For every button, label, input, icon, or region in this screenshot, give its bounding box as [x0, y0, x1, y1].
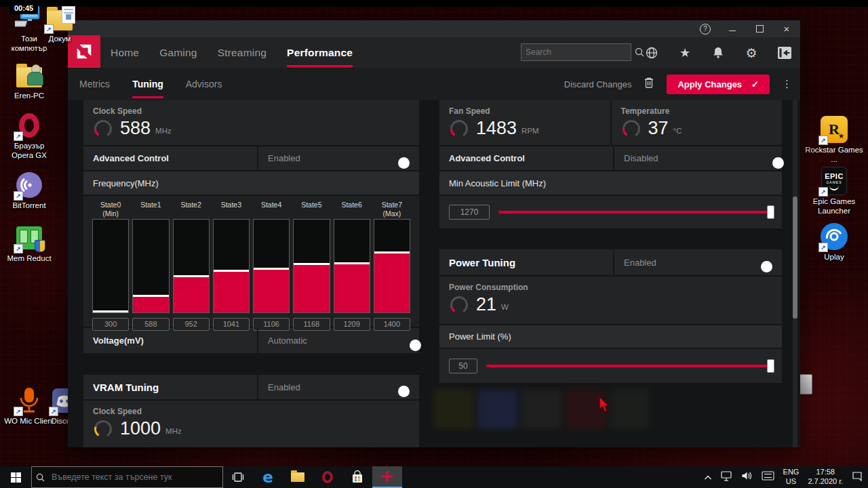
desktop-icon-label: BitTorrent — [3, 201, 56, 211]
desktop-icon-label: Докум — [39, 35, 80, 44]
trash-icon[interactable] — [644, 77, 654, 92]
freq-state0-slider[interactable] — [92, 219, 129, 313]
shortcut-arrow-icon: ↗ — [818, 136, 828, 145]
desktop-icon-mem-reduct[interactable]: ↗ Mem Reduct — [3, 224, 56, 264]
freq-state5-slider[interactable] — [293, 219, 330, 313]
gpu-advanced-control-row: Advanced Control Enabled — [83, 146, 419, 170]
desktop-icon-uplay[interactable]: ↗ Uplay — [804, 222, 864, 262]
freq-state2-slider[interactable] — [173, 219, 210, 313]
frequency-state-chart: State0(Min) State1 State2 State3 State4 … — [83, 196, 419, 327]
window-titlebar: ? × — [68, 20, 800, 37]
close-button[interactable]: × — [773, 20, 800, 37]
opera-icon[interactable] — [313, 466, 342, 488]
fan-advanced-control-row: Advanced Control Disabled — [439, 146, 782, 170]
microsoft-store-icon[interactable] — [342, 466, 372, 488]
fan-tuning-panel: Fan Speed 1483 RPM Temperature 37 °C — [439, 100, 782, 384]
shortcut-arrow-icon: ↗ — [818, 243, 828, 252]
desktop-icon-label: Браузър Opera GX — [3, 142, 56, 161]
shortcut-arrow-icon: ↗ — [818, 187, 828, 197]
minimize-button[interactable] — [719, 20, 746, 37]
power-limit-slider[interactable] — [486, 365, 772, 367]
help-button[interactable]: ? — [692, 20, 719, 37]
desktop: Този компютър ↗ Докум Eren-PC ↗ Браузър … — [0, 0, 868, 488]
freq-state6-slider[interactable] — [334, 219, 370, 313]
gauge-icon — [621, 119, 642, 139]
vram-tuning-row: VRAM Tuning Enabled — [83, 375, 419, 399]
opera-gx-icon: ↗ — [15, 111, 43, 140]
freq-state4-slider[interactable] — [253, 219, 290, 313]
rockstar-icon: R★ ↗ — [820, 115, 848, 144]
desktop-icon-label: Epic Games Launcher — [804, 197, 864, 216]
video-top-bar — [0, 0, 868, 7]
power-limit-input[interactable] — [449, 359, 477, 373]
collapse-panel-icon[interactable] — [777, 46, 792, 60]
game-thumbnails — [434, 390, 650, 429]
volume-icon[interactable] — [741, 471, 753, 483]
taskbar: e ENGUS 17:582.7.2020 — [0, 466, 868, 488]
freq-state7-slider[interactable] — [374, 219, 410, 313]
tab-advisors[interactable]: Advisors — [186, 68, 222, 100]
epic-games-icon: EPICGAMES ↗ — [820, 167, 848, 195]
desktop-icon-bittorrent[interactable]: ↗ BitTorrent — [3, 171, 56, 211]
freq-state1-slider[interactable] — [132, 219, 169, 313]
tab-gaming[interactable]: Gaming — [159, 37, 197, 68]
tray-chevron-icon[interactable] — [704, 471, 712, 483]
min-acoustic-limit-slider[interactable] — [498, 211, 772, 214]
desktop-icon-eren-pc[interactable]: Eren-PC — [3, 61, 56, 101]
app-search[interactable] — [521, 43, 631, 61]
desktop-icon-epic[interactable]: EPICGAMES ↗ Epic Games Launcher — [804, 167, 864, 216]
favorites-star-icon[interactable]: ★ — [677, 45, 692, 60]
globe-icon[interactable] — [644, 46, 659, 60]
search-input[interactable] — [521, 47, 635, 57]
tab-streaming[interactable]: Streaming — [218, 37, 267, 68]
desktop-icon-rockstar[interactable]: R★ ↗ Rockstar Games ... — [804, 115, 864, 165]
temperature-metric: Temperature 37 °C — [612, 100, 783, 145]
taskbar-search-input[interactable] — [49, 472, 222, 482]
tab-tuning[interactable]: Tuning — [132, 68, 163, 100]
shortcut-arrow-icon: ↗ — [14, 131, 23, 141]
power-limit-header: Power Limit (%) — [439, 325, 782, 348]
sub-nav: Metrics Tuning Advisors Discard Changes … — [68, 68, 800, 100]
overflow-menu-icon[interactable]: ⋮ — [782, 78, 792, 90]
edge-icon[interactable]: e — [253, 466, 283, 488]
min-acoustic-limit-input[interactable] — [449, 205, 490, 220]
window-scrollbar[interactable] — [793, 100, 797, 447]
freq-state3-slider[interactable] — [213, 219, 250, 313]
shortcut-arrow-icon: ↗ — [44, 24, 54, 34]
slider-handle[interactable] — [767, 359, 774, 373]
desktop-icon-documents[interactable]: ↗ Докум — [39, 4, 80, 44]
shortcut-arrow-icon: ↗ — [14, 191, 23, 201]
tab-home[interactable]: Home — [111, 37, 139, 68]
freq-state5-value[interactable]: 1168 — [293, 318, 330, 331]
network-icon[interactable] — [721, 471, 732, 484]
desktop-icon-label: Uplay — [804, 253, 864, 262]
taskbar-search[interactable] — [31, 466, 223, 488]
tab-metrics[interactable]: Metrics — [79, 68, 110, 100]
settings-gear-icon[interactable]: ⚙ — [744, 45, 759, 60]
tab-performance[interactable]: Performance — [287, 37, 353, 68]
keyboard-icon[interactable] — [762, 471, 774, 483]
action-center-icon[interactable] — [852, 471, 863, 484]
freq-state4-value[interactable]: 1106 — [253, 318, 290, 331]
discard-changes-button[interactable]: Discard Changes — [564, 79, 632, 89]
notifications-bell-icon[interactable] — [711, 46, 726, 59]
clock-indicator[interactable]: 17:582.7.2020 г. — [808, 468, 843, 487]
maximize-button[interactable] — [746, 20, 773, 37]
gauge-icon — [93, 419, 113, 439]
task-view-button[interactable] — [223, 466, 253, 488]
apply-changes-button[interactable]: Apply Changes ✓ — [667, 75, 770, 94]
power-tuning-row: Power Tuning Enabled — [439, 249, 782, 275]
slider-handle[interactable] — [767, 205, 774, 219]
file-explorer-icon[interactable] — [283, 466, 313, 488]
frequency-header: Frequency(MHz) — [83, 171, 419, 195]
freq-state7-value[interactable]: 1400 — [374, 318, 410, 331]
desktop-icon-opera-gx[interactable]: ↗ Браузър Opera GX — [3, 111, 56, 161]
freq-state6-value[interactable]: 1209 — [334, 318, 370, 331]
language-indicator[interactable]: ENGUS — [783, 468, 800, 487]
windows-logo-icon — [11, 472, 21, 483]
gauge-icon — [449, 119, 469, 139]
radeon-software-taskbar-icon[interactable] — [372, 466, 402, 488]
start-button[interactable] — [0, 466, 31, 488]
mouse-cursor — [599, 396, 612, 418]
scrollbar-thumb[interactable] — [793, 197, 797, 319]
